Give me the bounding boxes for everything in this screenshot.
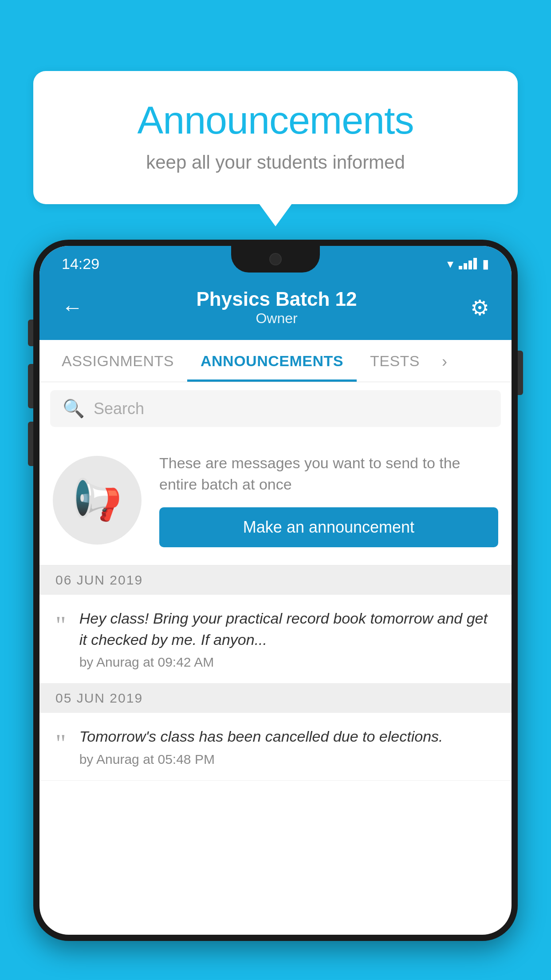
date-separator-2: 05 JUN 2019	[39, 684, 512, 713]
announcements-subtitle: keep all your students informed	[55, 152, 496, 173]
announcement-author-1: by Anurag at 09:42 AM	[79, 655, 496, 670]
volume-down-button	[28, 422, 33, 466]
announcement-text-2: Tomorrow's class has been cancelled due …	[79, 726, 496, 747]
phone-notch	[231, 246, 320, 273]
owner-label: Owner	[83, 310, 470, 327]
wifi-icon: ▾	[447, 257, 453, 271]
announcement-item-1[interactable]: " Hey class! Bring your practical record…	[39, 595, 512, 684]
header-title-group: Physics Batch 12 Owner	[83, 288, 470, 327]
status-time: 14:29	[62, 255, 99, 273]
app-header: ← Physics Batch 12 Owner ⚙	[39, 277, 512, 340]
quote-icon-2: "	[55, 731, 66, 756]
search-input[interactable]: Search	[94, 399, 144, 418]
batch-name: Physics Batch 12	[83, 288, 470, 310]
quote-icon-1: "	[55, 612, 66, 638]
announcement-content-2: Tomorrow's class has been cancelled due …	[79, 726, 496, 767]
announcements-title: Announcements	[55, 98, 496, 143]
tab-announcements[interactable]: ANNOUNCEMENTS	[187, 340, 357, 382]
announcement-right: These are messages you want to send to t…	[159, 453, 498, 547]
date-separator-1: 06 JUN 2019	[39, 565, 512, 595]
tabs-bar: ASSIGNMENTS ANNOUNCEMENTS TESTS ›	[39, 340, 512, 382]
phone-screen: 14:29 ▾ ▮ ← Physics Batch 12 Owner ⚙	[39, 246, 512, 935]
announcement-text-1: Hey class! Bring your practical record b…	[79, 608, 496, 650]
settings-icon[interactable]: ⚙	[470, 295, 489, 320]
announcement-prompt: 📢 These are messages you want to send to…	[39, 435, 512, 565]
search-bar[interactable]: 🔍 Search	[50, 390, 501, 427]
back-button[interactable]: ←	[62, 295, 83, 320]
make-announcement-button[interactable]: Make an announcement	[159, 507, 498, 547]
battery-icon: ▮	[482, 257, 489, 271]
megaphone-icon: 📢	[72, 477, 122, 523]
tab-tests[interactable]: TESTS	[357, 340, 433, 382]
tab-assignments[interactable]: ASSIGNMENTS	[48, 340, 187, 382]
phone-body: 14:29 ▾ ▮ ← Physics Batch 12 Owner ⚙	[33, 240, 518, 941]
search-container: 🔍 Search	[39, 382, 512, 435]
announcement-content-1: Hey class! Bring your practical record b…	[79, 608, 496, 670]
speech-bubble: Announcements keep all your students inf…	[33, 71, 518, 204]
search-icon: 🔍	[63, 398, 85, 419]
announcement-author-2: by Anurag at 05:48 PM	[79, 752, 496, 767]
signal-icon	[459, 258, 477, 269]
phone-frame: 14:29 ▾ ▮ ← Physics Batch 12 Owner ⚙	[33, 240, 518, 980]
power-button	[518, 351, 523, 395]
volume-up-button	[28, 364, 33, 408]
megaphone-circle: 📢	[53, 456, 142, 545]
announcement-item-2[interactable]: " Tomorrow's class has been cancelled du…	[39, 713, 512, 781]
volume-silent-button	[28, 320, 33, 346]
tab-more-icon[interactable]: ›	[433, 340, 456, 382]
front-camera	[269, 253, 282, 265]
status-icons: ▾ ▮	[447, 257, 489, 271]
announcement-description: These are messages you want to send to t…	[159, 453, 498, 495]
